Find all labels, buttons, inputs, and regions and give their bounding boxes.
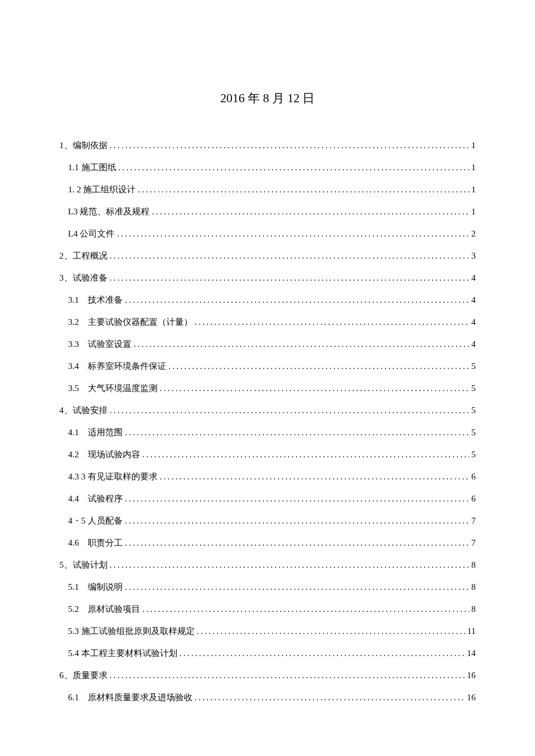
toc-leader-dots <box>142 450 469 460</box>
toc-entry: 4.4 试验程序6 <box>68 493 476 504</box>
document-date-title: 2016 年 8 月 12 日 <box>59 90 476 106</box>
toc-page-number: 6 <box>472 494 476 504</box>
toc-entry: 5.3 施工试验组批原则及取样规定11 <box>68 626 476 637</box>
toc-label: 3.3 试验室设置 <box>68 339 131 350</box>
toc-entry: 5.2 原材试验项目8 <box>68 604 476 615</box>
toc-label: 6、质量要求 <box>59 670 108 681</box>
toc-page-number: 8 <box>472 560 476 570</box>
toc-entry: 6、质量要求16 <box>59 670 476 681</box>
toc-label: 5.3 施工试验组批原则及取样规定 <box>68 626 195 637</box>
toc-page-number: 7 <box>472 538 476 548</box>
toc-leader-dots <box>134 339 469 349</box>
toc-entry: 1.1 施工图纸1 <box>68 162 476 173</box>
toc-entry: L3 规范、标准及规程1 <box>68 206 476 217</box>
toc-label: 1. 2 施工组织设计 <box>68 184 135 195</box>
toc-page-number: 8 <box>472 582 476 592</box>
toc-entry: 1、编制依据1 <box>59 140 476 151</box>
toc-label: 3.1 技术准备 <box>68 295 123 306</box>
toc-entry: 3.1 技术准备4 <box>68 295 476 306</box>
toc-entry: 4.6 职责分工7 <box>68 538 476 549</box>
toc-page-number: 5 <box>472 450 476 460</box>
toc-page-number: 1 <box>472 163 476 173</box>
toc-label: 4.1 适用范围 <box>68 427 123 438</box>
toc-label: 2、工程概况 <box>59 250 108 261</box>
toc-page-number: 3 <box>472 251 476 261</box>
toc-leader-dots <box>180 648 465 658</box>
toc-leader-dots <box>110 671 465 680</box>
toc-label: 3.2 主要试验仪器配置（计量） <box>68 317 192 328</box>
toc-entry: 3、试验准备4 <box>59 273 476 284</box>
toc-entry: 4、试验安排5 <box>59 405 476 416</box>
toc-page-number: 4 <box>472 273 476 283</box>
toc-leader-dots <box>138 185 469 195</box>
toc-page-number: 4 <box>472 317 476 327</box>
toc-entry: 4.2 现场试验内容5 <box>68 449 476 460</box>
toc-label: 4.3 3 有见证取样的要求 <box>68 471 158 482</box>
toc-leader-dots <box>197 626 465 636</box>
toc-label: 3.5 大气环境温度监测 <box>68 383 158 394</box>
toc-leader-dots <box>152 207 469 217</box>
toc-leader-dots <box>125 516 469 526</box>
toc-page-number: 8 <box>472 604 476 614</box>
toc-page-number: 5 <box>472 361 476 371</box>
toc-page-number: 11 <box>468 626 476 636</box>
toc-page-number: 1 <box>472 207 476 217</box>
toc-page-number: 7 <box>472 516 476 526</box>
toc-leader-dots <box>110 251 469 261</box>
toc-label: 5、试验计划 <box>59 560 108 571</box>
toc-page-number: 4 <box>472 295 476 305</box>
toc-entry: 3.5 大气环境温度监测5 <box>68 383 476 394</box>
toc-label: 5.4 本工程主要材料试验计划 <box>68 648 177 659</box>
toc-label: 5.1 编制说明 <box>68 582 123 593</box>
toc-label: 3、试验准备 <box>59 273 108 284</box>
toc-label: 3.4 标养室环境条件保证 <box>68 361 166 372</box>
toc-page-number: 16 <box>467 671 476 680</box>
toc-page-number: 5 <box>472 406 476 415</box>
toc-page-number: 6 <box>472 472 476 482</box>
toc-label: 4.4 试验程序 <box>68 493 123 504</box>
toc-leader-dots <box>125 538 469 548</box>
toc-label: L3 规范、标准及规程 <box>68 206 149 217</box>
toc-leader-dots <box>125 428 469 438</box>
toc-entry: 5.1 编制说明8 <box>68 582 476 593</box>
toc-page-number: 5 <box>472 428 476 438</box>
toc-entry: 5.4 本工程主要材料试验计划14 <box>68 648 476 659</box>
toc-page-number: 5 <box>472 384 476 393</box>
toc-entry: 5、试验计划8 <box>59 560 476 571</box>
toc-label: 5.2 原材试验项目 <box>68 604 140 615</box>
toc-leader-dots <box>110 141 469 151</box>
toc-label: 1、编制依据 <box>59 140 108 151</box>
toc-entry: 3.3 试验室设置4 <box>68 339 476 350</box>
toc-label: L4 公司文件 <box>68 228 115 239</box>
toc-leader-dots <box>110 406 469 415</box>
toc-label: 4.2 现场试验内容 <box>68 449 140 460</box>
toc-label: 4、试验安排 <box>59 405 108 416</box>
toc-entry: 2、工程概况3 <box>59 250 476 261</box>
toc-entry: 4・5 人员配备7 <box>68 515 476 526</box>
toc-entry: 3.2 主要试验仪器配置（计量）4 <box>68 317 476 328</box>
table-of-contents: 1、编制依据11.1 施工图纸11. 2 施工组织设计1L3 规范、标准及规程1… <box>59 140 476 703</box>
toc-page-number: 14 <box>467 648 476 658</box>
toc-leader-dots <box>110 273 469 283</box>
toc-leader-dots <box>117 229 469 239</box>
toc-leader-dots <box>160 472 469 482</box>
toc-leader-dots <box>195 317 469 327</box>
toc-leader-dots <box>142 604 469 614</box>
toc-page-number: 2 <box>472 229 476 239</box>
toc-leader-dots <box>195 693 465 703</box>
toc-label: 1.1 施工图纸 <box>68 162 116 173</box>
toc-leader-dots <box>119 163 469 173</box>
toc-page-number: 1 <box>472 141 476 151</box>
toc-leader-dots <box>125 295 469 305</box>
toc-label: 4.6 职责分工 <box>68 538 123 549</box>
toc-leader-dots <box>125 494 469 504</box>
toc-label: 6.1 原材料质量要求及进场验收 <box>68 692 192 703</box>
toc-entry: 4.1 适用范围5 <box>68 427 476 438</box>
toc-leader-dots <box>169 361 469 371</box>
toc-entry: 6.1 原材料质量要求及进场验收16 <box>68 692 476 703</box>
toc-leader-dots <box>160 384 469 393</box>
toc-entry: 3.4 标养室环境条件保证5 <box>68 361 476 372</box>
toc-entry: 1. 2 施工组织设计1 <box>68 184 476 195</box>
toc-entry: L4 公司文件2 <box>68 228 476 239</box>
toc-leader-dots <box>110 560 469 570</box>
